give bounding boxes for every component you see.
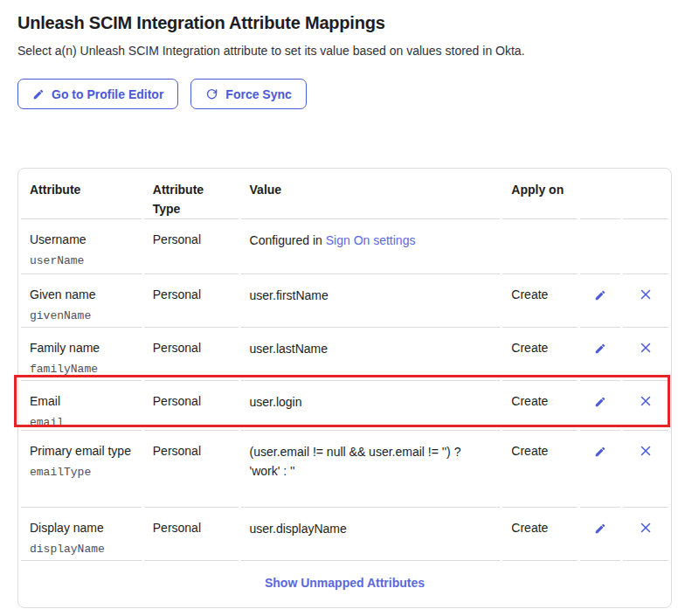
edit-mapping-button[interactable] bbox=[592, 341, 608, 356]
remove-mapping-button[interactable] bbox=[639, 341, 653, 355]
attribute-variable: familyName bbox=[30, 363, 133, 377]
close-icon bbox=[640, 396, 651, 409]
column-header-apply-on: Apply on bbox=[502, 169, 578, 219]
table-header-row: Attribute Attribute Type Value Apply on bbox=[21, 169, 668, 219]
force-sync-label: Force Sync bbox=[225, 87, 291, 101]
attribute-variable: givenName bbox=[30, 309, 133, 323]
apply-on-value: Create bbox=[502, 431, 578, 508]
apply-on-value bbox=[502, 219, 578, 274]
attribute-label: Display name bbox=[30, 519, 133, 536]
apply-on-value: Create bbox=[502, 508, 578, 561]
value-prefix: Configured in bbox=[250, 233, 326, 247]
table-row-given-name: Given name givenName Personal user.first… bbox=[21, 274, 668, 328]
attribute-value: user.lastName bbox=[241, 328, 501, 381]
attribute-label: Given name bbox=[30, 286, 133, 303]
attribute-variable: email bbox=[30, 416, 133, 430]
column-header-attribute-type: Attribute Type bbox=[144, 169, 239, 219]
toolbar: Go to Profile Editor Force Sync bbox=[17, 79, 675, 109]
edit-mapping-button[interactable] bbox=[592, 394, 608, 410]
attribute-type: Personal bbox=[144, 508, 239, 561]
remove-mapping-button[interactable] bbox=[639, 287, 653, 301]
pencil-icon bbox=[594, 398, 606, 411]
apply-on-value: Create bbox=[502, 328, 578, 381]
pencil-icon bbox=[32, 88, 45, 100]
column-header-attribute: Attribute bbox=[21, 169, 142, 219]
attribute-value: user.displayName bbox=[241, 508, 501, 561]
attribute-type: Personal bbox=[144, 431, 239, 508]
attribute-label: Email bbox=[30, 392, 133, 410]
go-to-profile-editor-label: Go to Profile Editor bbox=[52, 87, 163, 101]
show-unmapped-attributes-button[interactable]: Show Unmapped Attributes bbox=[265, 576, 425, 590]
column-header-value: Value bbox=[241, 169, 501, 219]
attribute-type: Personal bbox=[144, 219, 239, 274]
page-title: Unleash SCIM Integration Attribute Mappi… bbox=[17, 12, 675, 33]
table-row-email: Email email Personal user.login Create bbox=[21, 381, 668, 431]
remove-mapping-button[interactable] bbox=[639, 444, 653, 458]
attribute-variable: emailType bbox=[30, 466, 133, 480]
attribute-mappings-page: Unleash SCIM Integration Attribute Mappi… bbox=[0, 0, 692, 608]
attribute-mappings-table: Attribute Attribute Type Value Apply on … bbox=[17, 168, 672, 608]
remove-mapping-button[interactable] bbox=[639, 521, 653, 535]
sign-on-settings-link[interactable]: Sign On settings bbox=[326, 233, 416, 247]
page-subtitle: Select a(n) Unleash SCIM Integration att… bbox=[17, 44, 675, 59]
close-icon bbox=[640, 343, 651, 356]
attribute-value: user.firstName bbox=[241, 274, 501, 328]
attribute-label: Primary email type bbox=[30, 442, 133, 460]
edit-mapping-button[interactable] bbox=[592, 287, 608, 303]
attribute-variable: userName bbox=[30, 254, 133, 268]
table-row-display-name: Display name displayName Personal user.d… bbox=[21, 508, 668, 561]
attribute-value: Configured in Sign On settings bbox=[241, 219, 501, 274]
remove-mapping-button[interactable] bbox=[639, 394, 653, 408]
attribute-label: Username bbox=[30, 231, 133, 248]
table-row-primary-email-type: Primary email type emailType Personal (u… bbox=[21, 431, 668, 508]
attribute-label: Family name bbox=[30, 339, 133, 356]
pencil-icon bbox=[594, 447, 606, 460]
close-icon bbox=[640, 289, 651, 302]
go-to-profile-editor-button[interactable]: Go to Profile Editor bbox=[17, 79, 178, 109]
column-header-actions bbox=[580, 169, 620, 219]
apply-on-value: Create bbox=[502, 381, 578, 431]
pencil-icon bbox=[594, 291, 606, 304]
attribute-type: Personal bbox=[144, 328, 239, 381]
column-header-actions bbox=[623, 169, 668, 219]
table-row-family-name: Family name familyName Personal user.las… bbox=[21, 328, 668, 381]
refresh-icon bbox=[205, 87, 218, 100]
table-footer-row: Show Unmapped Attributes bbox=[21, 561, 668, 607]
attribute-variable: displayName bbox=[30, 543, 133, 557]
close-icon bbox=[640, 446, 651, 459]
apply-on-value: Create bbox=[502, 274, 578, 328]
edit-mapping-button[interactable] bbox=[592, 444, 608, 460]
close-icon bbox=[640, 523, 651, 536]
attribute-type: Personal bbox=[144, 381, 239, 431]
pencil-icon bbox=[594, 344, 606, 357]
attribute-type: Personal bbox=[144, 274, 239, 328]
attribute-value: (user.email != null && user.email != '')… bbox=[241, 431, 501, 508]
edit-mapping-button[interactable] bbox=[592, 521, 608, 536]
attribute-value: user.login bbox=[241, 381, 501, 431]
force-sync-button[interactable]: Force Sync bbox=[190, 79, 306, 109]
pencil-icon bbox=[594, 524, 606, 537]
table-row-username: Username userName Personal Configured in… bbox=[21, 219, 668, 274]
